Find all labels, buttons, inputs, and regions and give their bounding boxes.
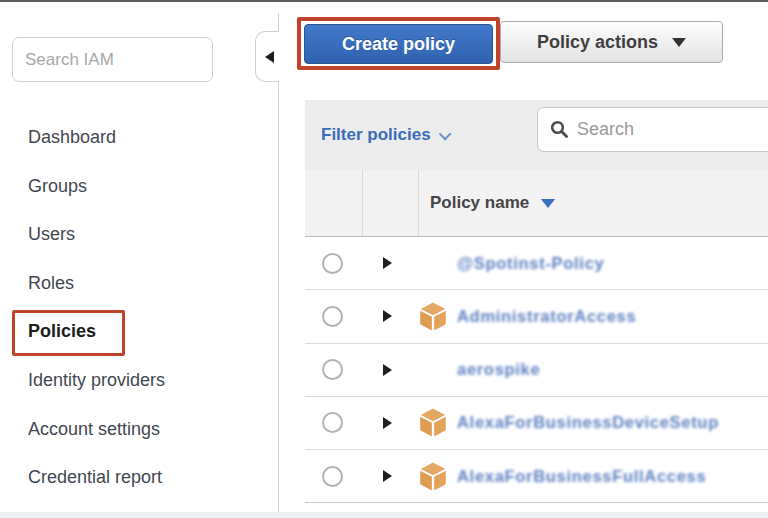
aws-managed-policy-icon <box>419 302 447 331</box>
policy-name-link[interactable]: AdministratorAccess <box>457 307 636 326</box>
filter-bar: Filter policies <box>305 100 768 170</box>
sidebar-collapse-button[interactable] <box>255 31 279 82</box>
window-bottom-edge <box>0 512 768 518</box>
row-radio-button[interactable] <box>322 359 343 380</box>
iam-console-screen: Dashboard Groups Users Roles Policies Id… <box>0 0 768 518</box>
row-radio-button[interactable] <box>322 253 343 274</box>
sidebar-divider <box>278 13 279 512</box>
sidebar-item-groups[interactable]: Groups <box>0 162 278 211</box>
aws-managed-policy-icon <box>419 462 447 491</box>
table-header: Policy name <box>305 170 768 237</box>
sidebar-item-users[interactable]: Users <box>0 210 278 259</box>
chevron-down-icon <box>438 127 451 140</box>
policy-name-header-label: Policy name <box>430 193 529 213</box>
filter-policies-label: Filter policies <box>321 125 431 145</box>
sort-desc-icon <box>541 199 555 208</box>
policy-table-body: @Spotinst-Policy AdministratorAccess aer… <box>305 237 768 503</box>
expand-row-icon[interactable] <box>383 257 392 269</box>
sidebar-item-label: Account settings <box>28 419 160 439</box>
column-divider <box>362 170 363 236</box>
sidebar-item-account-settings[interactable]: Account settings <box>0 405 278 454</box>
expand-row-icon[interactable] <box>383 470 392 482</box>
policy-actions-label: Policy actions <box>537 32 658 53</box>
table-row: AlexaForBusinessFullAccess <box>305 450 768 503</box>
sidebar-item-policies[interactable]: Policies <box>0 307 278 356</box>
collapse-left-icon <box>265 51 274 63</box>
policy-name-link[interactable]: @Spotinst-Policy <box>457 254 604 273</box>
sidebar-item-identity-providers[interactable]: Identity providers <box>0 356 278 405</box>
sidebar-nav: Dashboard Groups Users Roles Policies Id… <box>0 113 278 502</box>
expand-row-icon[interactable] <box>383 364 392 376</box>
sidebar-item-label: Users <box>28 224 75 244</box>
sidebar-item-label: Policies <box>28 321 96 341</box>
table-row: aerospike <box>305 344 768 397</box>
table-row: AdministratorAccess <box>305 290 768 343</box>
sidebar-item-label: Credential report <box>28 467 162 487</box>
table-row: @Spotinst-Policy <box>305 237 768 290</box>
policy-name-link[interactable]: aerospike <box>457 360 540 379</box>
sidebar-item-dashboard[interactable]: Dashboard <box>0 113 278 162</box>
policy-search-box <box>537 107 768 152</box>
sidebar-item-label: Identity providers <box>28 370 165 390</box>
aws-managed-policy-icon <box>419 408 447 437</box>
policy-name-link[interactable]: AlexaForBusinessDeviceSetup <box>457 413 719 432</box>
policy-name-column-header[interactable]: Policy name <box>430 193 555 213</box>
sidebar-item-label: Dashboard <box>28 127 116 147</box>
caret-down-icon <box>672 38 686 47</box>
column-divider <box>418 170 419 236</box>
policy-actions-button[interactable]: Policy actions <box>500 21 723 63</box>
expand-row-icon[interactable] <box>383 310 392 322</box>
filter-policies-dropdown[interactable]: Filter policies <box>321 125 451 145</box>
table-row: AlexaForBusinessDeviceSetup <box>305 397 768 450</box>
row-radio-button[interactable] <box>322 466 343 487</box>
search-iam-input[interactable] <box>12 37 213 82</box>
sidebar-item-label: Roles <box>28 273 74 293</box>
sidebar-item-label: Groups <box>28 176 87 196</box>
sidebar-item-credential-report[interactable]: Credential report <box>0 453 278 502</box>
expand-row-icon[interactable] <box>383 417 392 429</box>
policy-name-link[interactable]: AlexaForBusinessFullAccess <box>457 467 706 486</box>
policy-search-input[interactable] <box>577 119 757 140</box>
search-icon <box>550 120 569 139</box>
row-radio-button[interactable] <box>322 412 343 433</box>
create-policy-button[interactable]: Create policy <box>304 24 493 64</box>
sidebar-item-roles[interactable]: Roles <box>0 259 278 308</box>
top-navbar-edge <box>0 0 768 2</box>
row-radio-button[interactable] <box>322 306 343 327</box>
